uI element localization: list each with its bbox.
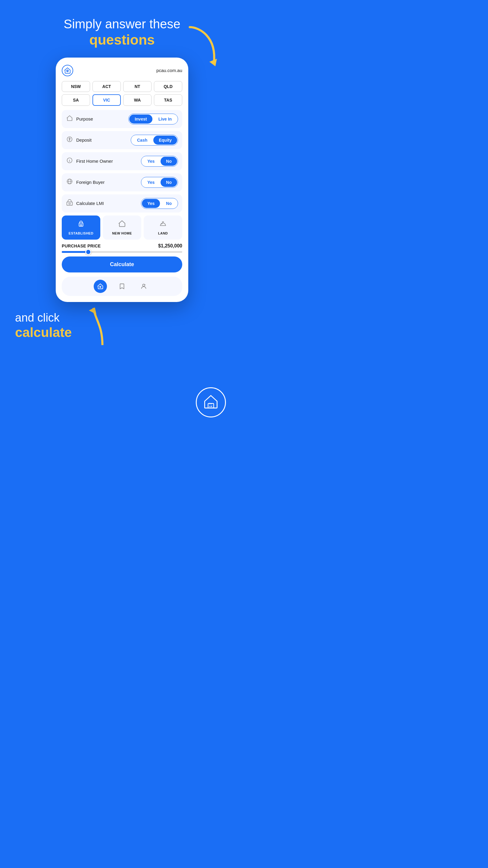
foreign-buyer-label: Foreign Buyer (76, 180, 104, 185)
slider-thumb[interactable] (85, 249, 91, 255)
state-tas[interactable]: TAS (154, 94, 182, 106)
property-newhome-btn[interactable]: NEW HOME (103, 216, 141, 240)
header-line1: Simply answer these (64, 17, 181, 32)
property-type-section: ESTABLISHED NEW HOME LAND (62, 216, 182, 240)
state-wa[interactable]: WA (123, 94, 152, 106)
state-sa[interactable]: SA (62, 94, 90, 106)
bottom-nav (62, 277, 182, 296)
logo-icon (62, 65, 73, 76)
purpose-toggle: Invest Live In (128, 114, 178, 124)
first-home-yes-btn[interactable]: Yes (142, 157, 160, 166)
svg-text:+-: +- (209, 402, 212, 405)
first-home-left: 1 First Home Owner (66, 157, 113, 165)
deposit-left: $ Deposit (66, 136, 92, 144)
first-home-icon: 1 (66, 157, 73, 165)
purpose-left: Purpose (66, 115, 93, 123)
first-home-row: 1 First Home Owner Yes No (62, 152, 182, 170)
lmi-no-btn[interactable]: No (161, 199, 177, 208)
footer-line1: and click (15, 311, 229, 325)
lmi-left: Calculate LMI (66, 199, 104, 207)
first-home-no-btn[interactable]: No (161, 157, 177, 166)
purpose-livein-btn[interactable]: Live In (153, 115, 177, 124)
purpose-invest-btn[interactable]: Invest (129, 115, 152, 124)
state-vic[interactable]: VIC (93, 94, 121, 106)
foreign-yes-btn[interactable]: Yes (142, 178, 160, 187)
deposit-label: Deposit (76, 137, 92, 143)
header-section: Simply answer these questions (64, 17, 181, 49)
lmi-row: Calculate LMI Yes No (62, 194, 182, 213)
foreign-no-btn[interactable]: No (161, 178, 177, 187)
newhome-label: NEW HOME (112, 231, 132, 235)
deposit-icon: $ (66, 136, 73, 144)
nav-bookmark-icon[interactable] (116, 280, 129, 293)
foreign-buyer-toggle: Yes No (141, 177, 178, 188)
foreign-buyer-icon (66, 178, 73, 186)
svg-rect-12 (80, 224, 82, 225)
phone-logo (62, 65, 73, 76)
header-line2: questions (64, 32, 181, 48)
first-home-label: First Home Owner (76, 158, 113, 164)
price-row: PURCHASE PRICE $1,250,000 (62, 243, 182, 249)
state-nsw[interactable]: NSW (62, 81, 90, 92)
svg-line-16 (163, 221, 164, 222)
phone-header: pcau.com.au (62, 65, 182, 76)
state-nt[interactable]: NT (123, 81, 152, 92)
lmi-toggle: Yes No (141, 198, 178, 209)
property-land-btn[interactable]: LAND (144, 216, 182, 240)
svg-text:1: 1 (69, 159, 70, 162)
purchase-price-label: PURCHASE PRICE (62, 244, 101, 248)
lmi-label: Calculate LMI (76, 201, 104, 206)
svg-text:$: $ (69, 138, 70, 141)
svg-text:÷×: ÷× (209, 405, 213, 408)
lmi-icon (66, 199, 73, 207)
deposit-toggle: Cash Equity (131, 135, 178, 146)
svg-rect-9 (67, 202, 72, 205)
svg-point-18 (142, 284, 144, 286)
land-icon (146, 220, 180, 229)
lmi-yes-btn[interactable]: Yes (142, 199, 160, 208)
deposit-equity-btn[interactable]: Equity (153, 135, 177, 145)
slider-fill (62, 251, 88, 253)
newhome-icon (105, 220, 139, 229)
footer-section: and click calculate (0, 311, 244, 341)
calculate-button[interactable]: Calculate (62, 256, 182, 273)
bottom-right-logo: ÷× +- (196, 387, 226, 417)
purchase-price-section: PURCHASE PRICE $1,250,000 (62, 243, 182, 253)
price-slider-track[interactable] (62, 251, 182, 253)
nav-profile-icon[interactable] (137, 280, 150, 293)
state-act[interactable]: ACT (93, 81, 121, 92)
purpose-row: Purpose Invest Live In (62, 110, 182, 128)
deposit-cash-btn[interactable]: Cash (132, 135, 153, 145)
state-qld[interactable]: QLD (154, 81, 182, 92)
phone-mockup: pcau.com.au NSW ACT NT QLD SA VIC WA TAS… (56, 58, 188, 302)
phone-domain: pcau.com.au (156, 68, 182, 73)
land-label: LAND (158, 231, 168, 235)
established-icon (64, 220, 98, 229)
svg-line-15 (162, 221, 163, 222)
foreign-buyer-row: Foreign Buyer Yes No (62, 173, 182, 191)
state-grid: NSW ACT NT QLD SA VIC WA TAS (62, 81, 182, 106)
nav-home-icon[interactable] (94, 280, 107, 293)
foreign-buyer-left: Foreign Buyer (66, 178, 104, 186)
purpose-icon (66, 115, 73, 123)
deposit-row: $ Deposit Cash Equity (62, 131, 182, 149)
purchase-price-value: $1,250,000 (158, 243, 182, 249)
established-label: ESTABLISHED (69, 231, 93, 235)
purpose-label: Purpose (76, 116, 93, 121)
first-home-toggle: Yes No (141, 156, 178, 167)
property-established-btn[interactable]: ESTABLISHED (62, 216, 100, 240)
svg-rect-10 (69, 203, 70, 204)
arrow-top-icon (181, 24, 220, 69)
footer-line2: calculate (15, 324, 229, 341)
